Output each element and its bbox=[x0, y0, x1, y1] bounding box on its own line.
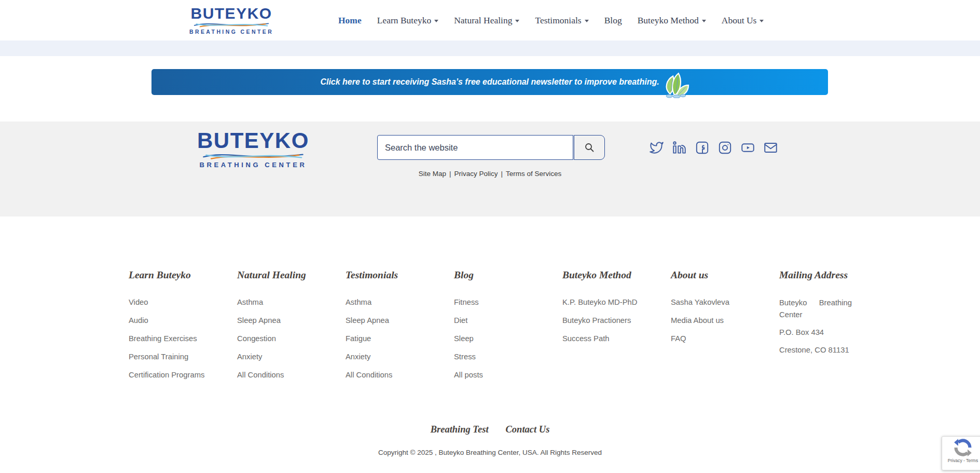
youtube-icon[interactable] bbox=[741, 141, 755, 155]
legal-links: Site Map|Privacy Policy|Terms of Service… bbox=[0, 170, 980, 178]
nav-item-label: Home bbox=[338, 15, 362, 26]
nav-item-blog[interactable]: Blog bbox=[604, 15, 622, 26]
footer-column-blog: BlogFitnessDietSleepStressAll posts bbox=[454, 269, 562, 388]
logo-subtitle: BREATHING CENTER bbox=[199, 161, 307, 168]
footer-link-all-posts[interactable]: All posts bbox=[454, 370, 532, 381]
footer-column-title: Buteyko Method bbox=[562, 269, 671, 281]
footer-column-list: VideoAudioBreathing ExercisesPersonal Tr… bbox=[129, 297, 237, 381]
footer-column-title: Mailing Address bbox=[779, 269, 888, 281]
footer-link-fatigue[interactable]: Fatigue bbox=[346, 333, 423, 344]
footer-link-faq[interactable]: FAQ bbox=[671, 333, 749, 344]
footer-link-stress[interactable]: Stress bbox=[454, 352, 532, 362]
instagram-icon[interactable] bbox=[718, 141, 732, 155]
nav-item-label: Natural Healing bbox=[454, 15, 512, 26]
footer-column-title: About us bbox=[671, 269, 779, 281]
footer-column-about-us: About usSasha YakovlevaMedia About usFAQ bbox=[671, 269, 779, 388]
recaptcha-badge[interactable]: Privacy - Terms bbox=[942, 436, 980, 470]
facebook-icon[interactable] bbox=[695, 141, 709, 155]
footer-link-contact-us[interactable]: Contact Us bbox=[506, 424, 550, 435]
footer-column-testimonials: TestimonialsAsthmaSleep ApneaFatigueAnxi… bbox=[346, 269, 454, 388]
footer-link-media-about-us[interactable]: Media About us bbox=[671, 315, 749, 326]
footer-link-personal-training[interactable]: Personal Training bbox=[129, 352, 206, 362]
footer-link-k-p-buteyko-md-phd[interactable]: K.P. Buteyko MD-PhD bbox=[562, 297, 640, 308]
footer-column-learn-buteyko: Learn ButeykoVideoAudioBreathing Exercis… bbox=[129, 269, 237, 388]
twitter-icon[interactable] bbox=[650, 141, 664, 155]
logo-wordmark: BUTEYKO bbox=[190, 6, 272, 21]
nav-item-about-us[interactable]: About Us bbox=[722, 15, 764, 26]
logo-waves-icon bbox=[194, 22, 269, 28]
footer-link-breathing-test[interactable]: Breathing Test bbox=[431, 424, 489, 435]
footer-link-audio[interactable]: Audio bbox=[129, 315, 206, 326]
copyright-text: Copyright © 2025 , Buteyko Breathing Cen… bbox=[0, 449, 980, 456]
footer-link-all-conditions[interactable]: All Conditions bbox=[237, 370, 315, 381]
logo-subtitle: BREATHING CENTER bbox=[189, 29, 273, 35]
header-logo[interactable]: BUTEYKO BREATHING CENTER bbox=[189, 6, 273, 35]
footer-link-fitness[interactable]: Fitness bbox=[454, 297, 532, 308]
footer-column-list: K.P. Buteyko MD-PhDButeyko PractionersSu… bbox=[562, 297, 671, 344]
footer-link-sasha-yakovleva[interactable]: Sasha Yakovleva bbox=[671, 297, 749, 308]
footer-column-list: AsthmaSleep ApneaCongestionAnxietyAll Co… bbox=[237, 297, 346, 381]
footer-link-anxiety[interactable]: Anxiety bbox=[237, 352, 315, 362]
legal-link-privacy-policy[interactable]: Privacy Policy bbox=[454, 170, 498, 178]
page: BUTEYKO BREATHING CENTER HomeLearn Butey… bbox=[0, 0, 980, 473]
search-input[interactable] bbox=[377, 135, 573, 160]
linkedin-icon[interactable] bbox=[672, 141, 686, 155]
footer-link-certification-programs[interactable]: Certification Programs bbox=[129, 370, 206, 381]
footer-column-mailing-address: Mailing AddressButeyko Breathing CenterP… bbox=[779, 269, 888, 388]
nav-item-buteyko-method[interactable]: Buteyko Method bbox=[638, 15, 706, 26]
footer-column-natural-healing: Natural HealingAsthmaSleep ApneaCongesti… bbox=[237, 269, 346, 388]
footer-link-asthma[interactable]: Asthma bbox=[237, 297, 315, 308]
nav-item-label: Testimonials bbox=[535, 15, 581, 26]
nav-item-label: Blog bbox=[604, 15, 622, 26]
footer-link-video[interactable]: Video bbox=[129, 297, 206, 308]
nav-item-natural-healing[interactable]: Natural Healing bbox=[454, 15, 519, 26]
logo-waves-icon bbox=[202, 152, 304, 160]
recaptcha-privacy-terms[interactable]: Privacy - Terms bbox=[948, 458, 978, 463]
footer-column-list: Sasha YakovlevaMedia About usFAQ bbox=[671, 297, 779, 344]
leaf-icon bbox=[663, 72, 692, 98]
search-button[interactable] bbox=[574, 135, 605, 160]
recaptcha-icon bbox=[954, 438, 972, 457]
chevron-down-icon bbox=[434, 20, 438, 22]
footer-column-list: FitnessDietSleepStressAll posts bbox=[454, 297, 562, 381]
footer-link-breathing-exercises[interactable]: Breathing Exercises bbox=[129, 333, 206, 344]
nav-item-home[interactable]: Home bbox=[338, 15, 362, 26]
email-icon[interactable] bbox=[764, 141, 778, 155]
main-nav: HomeLearn ButeykoNatural HealingTestimon… bbox=[338, 0, 764, 40]
footer-link-sleep[interactable]: Sleep bbox=[454, 333, 532, 344]
header: BUTEYKO BREATHING CENTER HomeLearn Butey… bbox=[0, 0, 980, 40]
footer-column-title: Testimonials bbox=[346, 269, 454, 281]
footer-column-buteyko-method: Buteyko MethodK.P. Buteyko MD-PhDButeyko… bbox=[562, 269, 671, 388]
footer-link-success-path[interactable]: Success Path bbox=[562, 333, 640, 344]
nav-item-label: Buteyko Method bbox=[638, 15, 699, 26]
search-icon bbox=[583, 141, 596, 154]
footer-link-anxiety[interactable]: Anxiety bbox=[346, 352, 423, 362]
footer-link-asthma[interactable]: Asthma bbox=[346, 297, 423, 308]
footer-logo[interactable]: BUTEYKO BREATHING CENTER bbox=[197, 130, 309, 168]
mailing-address-line: Buteyko Breathing Center bbox=[779, 297, 852, 321]
mailing-address-line: P.O. Box 434 bbox=[779, 327, 852, 339]
legal-link-terms-of-services[interactable]: Terms of Services bbox=[506, 170, 561, 178]
chevron-down-icon bbox=[760, 20, 764, 22]
chevron-down-icon bbox=[702, 20, 706, 22]
subheader-band bbox=[0, 40, 980, 56]
footer-column-title: Blog bbox=[454, 269, 562, 281]
chevron-down-icon bbox=[515, 20, 519, 22]
nav-item-testimonials[interactable]: Testimonials bbox=[535, 15, 588, 26]
newsletter-banner[interactable]: Click here to start receiving Sasha’s fr… bbox=[151, 69, 828, 95]
logo-wordmark: BUTEYKO bbox=[197, 130, 309, 152]
footer-link-buteyko-practioners[interactable]: Buteyko Practioners bbox=[562, 315, 640, 326]
nav-item-learn-buteyko[interactable]: Learn Buteyko bbox=[377, 15, 438, 26]
footer-link-sleep-apnea[interactable]: Sleep Apnea bbox=[346, 315, 423, 326]
footer-link-sleep-apnea[interactable]: Sleep Apnea bbox=[237, 315, 315, 326]
footer-link-congestion[interactable]: Congestion bbox=[237, 333, 315, 344]
footer-column-title: Natural Healing bbox=[237, 269, 346, 281]
footer-link-all-conditions[interactable]: All Conditions bbox=[346, 370, 423, 381]
chevron-down-icon bbox=[585, 20, 589, 22]
footer-column-title: Learn Buteyko bbox=[129, 269, 237, 281]
nav-item-label: About Us bbox=[722, 15, 757, 26]
footer-top: BUTEYKO BREATHING CENTER Site Map|Privac… bbox=[0, 121, 980, 217]
footer-link-diet[interactable]: Diet bbox=[454, 315, 532, 326]
legal-link-site-map[interactable]: Site Map bbox=[419, 170, 446, 178]
footer-column-list: AsthmaSleep ApneaFatigueAnxietyAll Condi… bbox=[346, 297, 454, 381]
